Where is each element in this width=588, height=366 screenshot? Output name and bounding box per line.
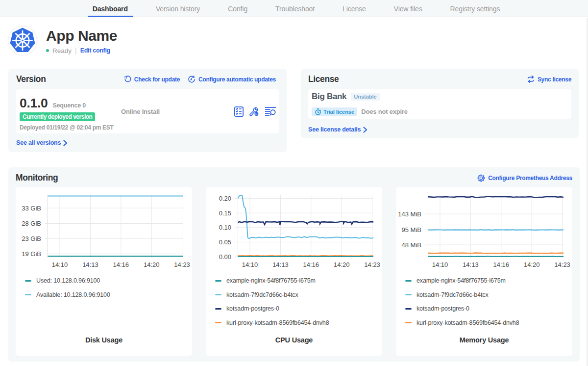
svg-text:14:10: 14:10	[52, 261, 68, 268]
svg-text:14:23: 14:23	[364, 261, 380, 268]
svg-text:14:16: 14:16	[113, 261, 129, 268]
svg-text:14:20: 14:20	[144, 261, 160, 268]
svg-text:14:16: 14:16	[303, 261, 319, 268]
svg-text:0.05: 0.05	[219, 238, 231, 246]
svg-text:14:13: 14:13	[272, 261, 289, 268]
svg-text:0.15: 0.15	[219, 209, 231, 217]
svg-text:14:13: 14:13	[463, 261, 479, 268]
svg-text:19 GiB: 19 GiB	[22, 250, 41, 258]
svg-text:48 MiB: 48 MiB	[402, 241, 421, 249]
svg-text:95 MiB: 95 MiB	[402, 226, 421, 234]
svg-text:14:20: 14:20	[334, 261, 350, 268]
svg-text:14:10: 14:10	[432, 261, 448, 268]
svg-text:14:20: 14:20	[524, 261, 540, 268]
svg-text:14:13: 14:13	[82, 261, 98, 268]
svg-text:23 GiB: 23 GiB	[22, 235, 41, 242]
svg-text:14:23: 14:23	[174, 261, 190, 268]
svg-text:0.00: 0.00	[219, 253, 231, 261]
svg-text:14:23: 14:23	[554, 261, 570, 268]
svg-text:0.10: 0.10	[219, 224, 231, 231]
svg-text:0.20: 0.20	[219, 195, 231, 202]
svg-text:143 MiB: 143 MiB	[398, 210, 421, 218]
svg-text:33 GiB: 33 GiB	[22, 205, 41, 212]
svg-text:28 GiB: 28 GiB	[22, 220, 41, 227]
svg-text:14:10: 14:10	[242, 261, 258, 268]
svg-text:14:16: 14:16	[493, 261, 510, 268]
